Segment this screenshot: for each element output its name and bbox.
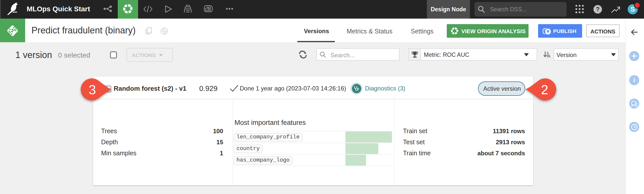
svg-text:3: 3 [89, 82, 96, 97]
svg-text:2: 2 [541, 82, 548, 97]
